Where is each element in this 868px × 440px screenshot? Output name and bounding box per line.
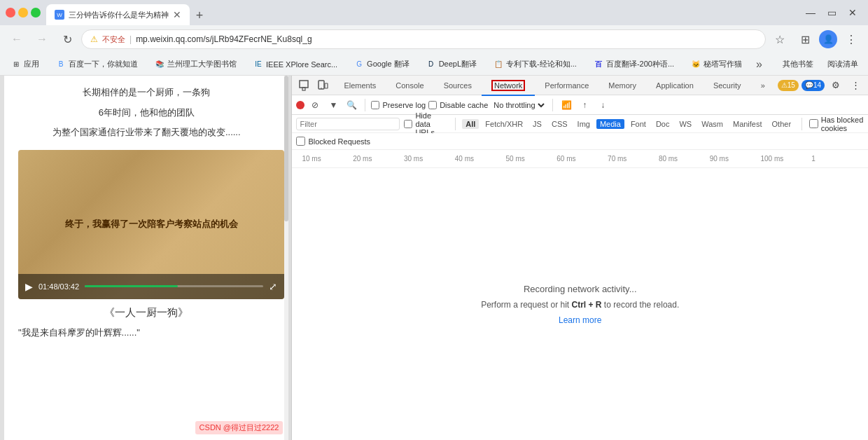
bookmark-deepl[interactable]: D DeepL翻译	[421, 57, 482, 71]
filter-other[interactable]: Other	[769, 119, 795, 129]
filter-font[interactable]: Font	[627, 119, 650, 129]
bookmarks-more-btn[interactable]: »	[753, 58, 765, 71]
minimize-window-btn[interactable]: —	[801, 3, 820, 22]
throttle-select[interactable]: No throttling	[491, 100, 547, 110]
settings-btn[interactable]: ⚙	[827, 77, 844, 94]
inspect-element-btn[interactable]	[296, 77, 313, 94]
menu-button[interactable]: ⋮	[840, 28, 862, 50]
address-bar[interactable]: ⚠ 不安全 | mp.weixin.qq.com/s/jLRb94ZFecrNE…	[81, 29, 766, 49]
disable-cache-checkbox[interactable]: Disable cache	[428, 101, 488, 109]
filter-css[interactable]: CSS	[548, 119, 571, 129]
filter-ws[interactable]: WS	[676, 119, 695, 129]
fullscreen-button[interactable]: ⤢	[269, 281, 277, 292]
tick-end: 1	[811, 155, 862, 163]
bookmark-patent[interactable]: 📋 专利下载-经论和知...	[488, 57, 582, 71]
other-bookmarks-btn[interactable]: 其他书签	[778, 57, 818, 71]
forward-button[interactable]: →	[31, 28, 53, 50]
learn-more-link[interactable]: Learn more	[559, 315, 601, 325]
disable-cache-input[interactable]	[428, 101, 437, 109]
has-blocked-cookies-input[interactable]	[809, 119, 818, 128]
blocked-requests-checkbox[interactable]: Blocked Requests	[296, 137, 370, 146]
filter-doc[interactable]: Doc	[652, 119, 673, 129]
bookmark-mita[interactable]: 🐱 秘塔写作猫	[685, 57, 748, 71]
tab-more[interactable]: »	[751, 76, 775, 96]
tab-close-btn[interactable]: ✕	[173, 9, 181, 20]
devtools-top-toolbar: Elements Console Sources Network Perform…	[292, 76, 868, 95]
close-window-btn[interactable]: ✕	[843, 3, 862, 22]
tab-memory[interactable]: Memory	[598, 76, 646, 96]
tick-40ms: 40 ms	[455, 155, 506, 163]
window-maximize-btn[interactable]	[31, 8, 41, 18]
tab-console[interactable]: Console	[386, 76, 433, 96]
devtools-right-actions: ⚠ 15 💬 14 ⚙ ⋮	[778, 77, 864, 94]
download-btn[interactable]: ↓	[595, 97, 610, 113]
restore-window-btn[interactable]: ▭	[822, 3, 841, 22]
tab-title: 三分钟告诉你什么是华为精神	[69, 10, 169, 20]
reading-list-btn[interactable]: 阅读清单	[823, 57, 862, 71]
blocked-requests-input[interactable]	[296, 137, 305, 146]
tab-elements[interactable]: Elements	[334, 76, 386, 96]
line1: 长期相伴的是一个厨师，一条狗	[83, 87, 210, 97]
video-progress-bar[interactable]	[85, 285, 263, 287]
progress-fill	[85, 285, 178, 287]
tick-60ms: 60 ms	[556, 155, 608, 163]
tab-sources[interactable]: Sources	[434, 76, 482, 96]
security-text: 不安全	[102, 34, 125, 45]
filter-all[interactable]: All	[462, 119, 479, 129]
bookmark-apps[interactable]: ⊞ 应用	[6, 57, 45, 71]
filter-fetch-xhr[interactable]: Fetch/XHR	[482, 119, 526, 129]
tab-application[interactable]: Application	[646, 76, 704, 96]
new-tab-button[interactable]: +	[190, 6, 209, 25]
filter-manifest[interactable]: Manifest	[729, 119, 766, 129]
upload-btn[interactable]: ↑	[577, 97, 592, 113]
devtools-more-btn[interactable]: ⋮	[847, 77, 864, 94]
extensions-button[interactable]: ⊞	[794, 28, 816, 50]
active-tab[interactable]: W 三分钟告诉你什么是华为精神 ✕	[46, 4, 190, 25]
tab-security[interactable]: Security	[704, 76, 751, 96]
record-button[interactable]	[296, 101, 304, 109]
extensions-icon: ⊞	[801, 33, 810, 46]
timeline-header: 10 ms 20 ms 30 ms 40 ms 50 ms 60 ms 70 m…	[292, 150, 868, 168]
bookmark-baidu[interactable]: B 百度一下，你就知道	[50, 57, 144, 71]
title-bar-controls: — ▭ ✕	[801, 3, 862, 22]
bookmark-google-translate[interactable]: G Google 翻译	[349, 57, 415, 71]
video-overlay-text: 终于，我赢得了一次陪客户考察站点的机会	[65, 216, 238, 233]
video-player[interactable]: 终于，我赢得了一次陪客户考察站点的机会 ▶ 01:48/03:42 ⤢	[18, 150, 284, 299]
refresh-icon: ↻	[63, 33, 72, 46]
tab-network[interactable]: Network	[482, 76, 535, 96]
has-blocked-cookies-checkbox[interactable]: Has blocked cookies	[809, 116, 864, 132]
window-minimize-btn[interactable]	[18, 8, 28, 18]
device-toolbar-btn[interactable]	[314, 77, 331, 94]
window-close-btn[interactable]	[6, 8, 15, 18]
filter-media[interactable]: Media	[596, 119, 624, 129]
divider-1	[365, 99, 365, 111]
play-button[interactable]: ▶	[25, 281, 33, 292]
apps-icon: ⊞	[11, 60, 21, 69]
tab-bar: W 三分钟告诉你什么是华为精神 ✕ +	[46, 0, 795, 25]
title-bar: W 三分钟告诉你什么是华为精神 ✕ + — ▭ ✕	[0, 0, 868, 25]
preserve-log-checkbox[interactable]: Preserve log	[371, 101, 426, 109]
filter-img[interactable]: Img	[574, 119, 594, 129]
bookmark-ieee[interactable]: IE IEEE XPlore Searc...	[248, 57, 343, 71]
book-title: 《一人一厨一狗》	[18, 306, 274, 319]
back-button[interactable]: ←	[6, 28, 28, 50]
filter-wasm[interactable]: Wasm	[698, 119, 727, 129]
filter-js[interactable]: JS	[529, 119, 545, 129]
google-translate-icon: G	[354, 60, 364, 69]
search-btn[interactable]: 🔍	[344, 97, 359, 113]
filter-input[interactable]	[296, 118, 400, 130]
tab-favicon: W	[55, 10, 64, 20]
bookmark-baidu-translate[interactable]: 百 百度翻译-200种语...	[588, 57, 680, 71]
filter-toggle-btn[interactable]: ▼	[326, 97, 341, 113]
network-controls-bar: ⊘ ▼ 🔍 Preserve log Disable cache No thro…	[292, 95, 868, 115]
tab-performance[interactable]: Performance	[535, 76, 598, 96]
profile-button[interactable]: 👤	[819, 30, 837, 48]
bookmark-library[interactable]: 📚 兰州理工大学图书馆	[149, 57, 242, 71]
tick-10ms: 10 ms	[302, 155, 353, 163]
stop-recording-btn[interactable]: ⊘	[307, 97, 323, 113]
scroll-track[interactable]	[284, 76, 288, 440]
refresh-button[interactable]: ↻	[56, 28, 78, 50]
preserve-log-input[interactable]	[371, 101, 379, 109]
star-button[interactable]: ☆	[769, 28, 791, 50]
hide-data-urls-input[interactable]	[404, 120, 412, 128]
